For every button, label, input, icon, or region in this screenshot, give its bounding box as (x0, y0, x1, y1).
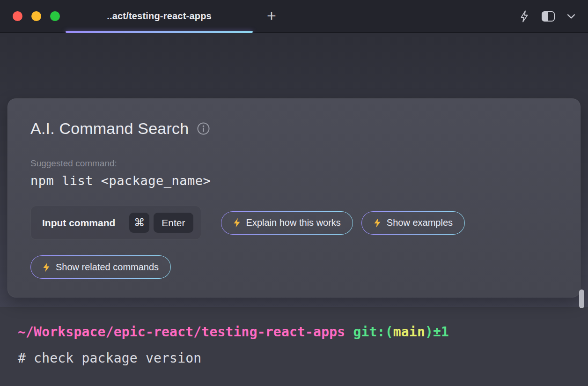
close-button[interactable] (13, 11, 22, 21)
ai-command-search-panel: A.I. Command Search Suggested command: n… (7, 98, 581, 297)
traffic-lights (0, 11, 60, 21)
terminal-scroll-area: A.I. Command Search Suggested command: n… (0, 33, 588, 307)
terminal-window: ..act/testing-react-apps + (0, 0, 588, 386)
suggested-command-label: Suggested command: (30, 158, 558, 169)
layout-pane-icon[interactable] (541, 11, 555, 22)
action-label: Explain how this works (246, 217, 341, 228)
tab-title: ..act/testing-react-apps (107, 11, 212, 22)
git-prefix: git:( (345, 324, 393, 340)
secondary-action-row: Show related commands (30, 255, 558, 279)
zoom-button[interactable] (50, 11, 60, 21)
input-command-hint: Input command ⌘ Enter (30, 206, 201, 240)
enter-key-badge: Enter (154, 213, 193, 233)
cmd-key-badge: ⌘ (129, 213, 149, 233)
chevron-down-icon[interactable] (566, 13, 576, 20)
lightning-icon[interactable] (519, 10, 530, 22)
git-branch: main (393, 324, 425, 340)
titlebar-actions (519, 10, 588, 22)
panel-header: A.I. Command Search (30, 119, 558, 138)
input-command-label: Input command (42, 217, 115, 229)
minimize-button[interactable] (31, 11, 41, 21)
typed-command: # check package version (18, 350, 569, 366)
git-dirty-indicator: ±1 (433, 324, 449, 340)
action-label: Show related commands (56, 262, 159, 273)
panel-title: A.I. Command Search (30, 119, 189, 138)
prompt-line: ~/Workspace/epic-react/testing-react-app… (18, 324, 569, 340)
bolt-icon (374, 218, 381, 228)
bolt-icon (43, 262, 50, 272)
explain-how-this-works-button[interactable]: Explain how this works (221, 211, 353, 235)
suggested-command-text: npm list <package_name> (30, 173, 558, 188)
action-label: Show examples (387, 217, 453, 228)
active-tab[interactable]: ..act/testing-react-apps (66, 0, 253, 32)
show-related-commands-button[interactable]: Show related commands (30, 255, 171, 279)
new-tab-button[interactable]: + (263, 7, 280, 25)
show-examples-button[interactable]: Show examples (361, 211, 465, 235)
command-action-row: Input command ⌘ Enter Explain how this w… (30, 206, 558, 240)
git-close: ) (425, 324, 433, 340)
titlebar: ..act/testing-react-apps + (0, 0, 588, 33)
prompt-path: ~/Workspace/epic-react/testing-react-app… (18, 324, 345, 340)
info-icon[interactable] (197, 122, 210, 135)
scrollbar-thumb[interactable] (579, 290, 584, 308)
terminal-input-block[interactable]: ~/Workspace/epic-react/testing-react-app… (0, 307, 588, 386)
bolt-icon (233, 218, 241, 228)
